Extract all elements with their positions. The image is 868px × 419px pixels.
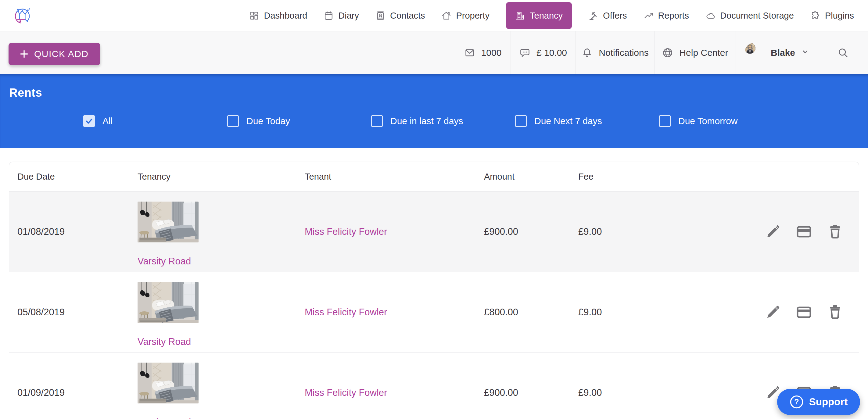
checkbox-all[interactable] [83, 115, 95, 127]
nav-item-contacts[interactable]: Contacts [375, 11, 425, 21]
cloud-icon [706, 11, 715, 21]
chat-bubble-icon [519, 47, 530, 58]
table-row: 05/08/2019 [9, 272, 859, 353]
filter-due-next-7-days[interactable]: Due Next 7 days [515, 115, 602, 127]
user-menu[interactable]: Blake [736, 31, 818, 74]
nav-item-document-storage[interactable]: Document Storage [706, 11, 794, 21]
nav-item-dashboard[interactable]: Dashboard [249, 11, 307, 21]
filter-due-tomorrow[interactable]: Due Tomorrow [659, 115, 738, 127]
search-icon [837, 47, 848, 58]
pencil-icon [765, 304, 781, 320]
toolbar-status-cells: 1000 £ 10.00 Notifications Help Center [455, 31, 868, 74]
search-cell[interactable] [818, 31, 868, 74]
nav-item-diary[interactable]: Diary [323, 11, 359, 21]
credit-card-icon [796, 304, 812, 320]
toolbar: QUICK ADD 1000 £ 10.00 Notifications [0, 31, 868, 74]
amount-cell: £800.00 [476, 307, 570, 318]
nav-item-reports[interactable]: Reports [644, 11, 689, 21]
check-icon [85, 117, 93, 125]
user-avatar[interactable] [744, 43, 765, 63]
property-photo[interactable] [137, 201, 198, 243]
nav-item-offers[interactable]: Offers [588, 11, 627, 21]
amount-cell: £900.00 [476, 226, 570, 237]
row-actions [747, 304, 859, 320]
tenancy-link[interactable]: Varsity Road [137, 336, 191, 347]
brand-logo-icon[interactable] [13, 7, 31, 24]
table-header-row: Due Date Tenancy Tenant Amount Fee [9, 162, 859, 192]
nav-item-property[interactable]: Property [441, 11, 490, 21]
checkbox-due-last-7-days[interactable] [371, 115, 383, 127]
quick-add-label: QUICK ADD [34, 49, 89, 59]
checkbox-due-tomorrow[interactable] [659, 115, 671, 127]
filter-label: All [102, 116, 113, 126]
checkbox-due-today[interactable] [227, 115, 239, 127]
bedroom-photo [137, 282, 198, 323]
help-center-cell[interactable]: Help Center [654, 31, 736, 74]
amount-cell: £900.00 [476, 387, 570, 398]
filter-label: Due Tomorrow [678, 116, 738, 126]
help-center-label: Help Center [679, 47, 728, 58]
property-photo[interactable] [137, 363, 198, 404]
nav-item-label: Offers [603, 11, 627, 21]
property-photo[interactable] [137, 282, 198, 323]
nav-item-tenancy[interactable]: Tenancy [506, 2, 572, 29]
trash-icon [827, 224, 843, 240]
payment-button[interactable] [796, 304, 812, 320]
nav-item-label: Contacts [390, 11, 425, 21]
filter-due-today[interactable]: Due Today [227, 115, 290, 127]
support-button[interactable]: ? Support [777, 389, 860, 415]
tenant-link[interactable]: Miss Felicity Fowler [305, 307, 387, 318]
messages-cell[interactable]: 1000 [455, 31, 510, 74]
quick-add-button[interactable]: QUICK ADD [8, 43, 100, 65]
chevron-down-icon [801, 47, 809, 58]
envelope-icon [464, 47, 475, 58]
nav-item-label: Property [456, 11, 490, 21]
plus-icon [20, 50, 28, 58]
support-label: Support [809, 396, 847, 408]
nav-item-label: Dashboard [264, 11, 307, 21]
delete-button[interactable] [827, 224, 843, 240]
tenancy-cell: Varsity Road [129, 353, 297, 419]
header-fee: Fee [570, 172, 747, 182]
tenancy-link[interactable]: Varsity Road [137, 256, 191, 267]
nav-item-label: Tenancy [530, 11, 563, 21]
edit-button[interactable] [765, 304, 781, 320]
page-title: Rents [9, 86, 42, 99]
notifications-cell[interactable]: Notifications [576, 31, 654, 74]
filter-all[interactable]: All [83, 115, 113, 127]
balance-cell[interactable]: £ 10.00 [510, 31, 576, 74]
pencil-icon [765, 224, 781, 240]
calendar-icon [323, 11, 334, 21]
table-row: 01/08/2019 [9, 192, 859, 272]
filter-label: Due Next 7 days [534, 116, 602, 126]
bedroom-photo [137, 363, 198, 404]
nav-item-plugins[interactable]: Plugins [810, 11, 854, 21]
due-date-cell: 01/08/2019 [9, 226, 129, 237]
tenant-link[interactable]: Miss Felicity Fowler [305, 226, 387, 237]
header-due-date: Due Date [9, 172, 129, 182]
credit-card-icon [796, 224, 812, 240]
svg-text:?: ? [794, 397, 799, 406]
balance-value: £ 10.00 [536, 47, 567, 58]
filter-label: Due Today [246, 116, 290, 126]
nav-item-label: Reports [658, 11, 689, 21]
gavel-icon [588, 11, 598, 21]
checkbox-due-next-7-days[interactable] [515, 115, 527, 127]
rents-filter-banner: Rents All Due Today Due in last 7 days D… [0, 74, 868, 148]
puzzle-icon [810, 11, 820, 21]
tenant-link[interactable]: Miss Felicity Fowler [305, 387, 387, 398]
delete-button[interactable] [827, 304, 843, 320]
edit-button[interactable] [765, 224, 781, 240]
question-circle-icon: ? [789, 395, 804, 409]
tenancy-link[interactable]: Varsity Road [137, 417, 191, 419]
notifications-label: Notifications [599, 47, 648, 58]
messages-count: 1000 [481, 47, 502, 58]
header-amount: Amount [476, 172, 570, 182]
fee-cell: £9.00 [570, 387, 747, 398]
tenancy-cell: Varsity Road [129, 192, 297, 267]
nav-items: Dashboard Diary Contacts Prop [249, 2, 854, 29]
nav-item-label: Plugins [825, 11, 854, 21]
payment-button[interactable] [796, 224, 812, 240]
trend-up-icon [644, 11, 654, 21]
filter-due-last-7-days[interactable]: Due in last 7 days [371, 115, 463, 127]
